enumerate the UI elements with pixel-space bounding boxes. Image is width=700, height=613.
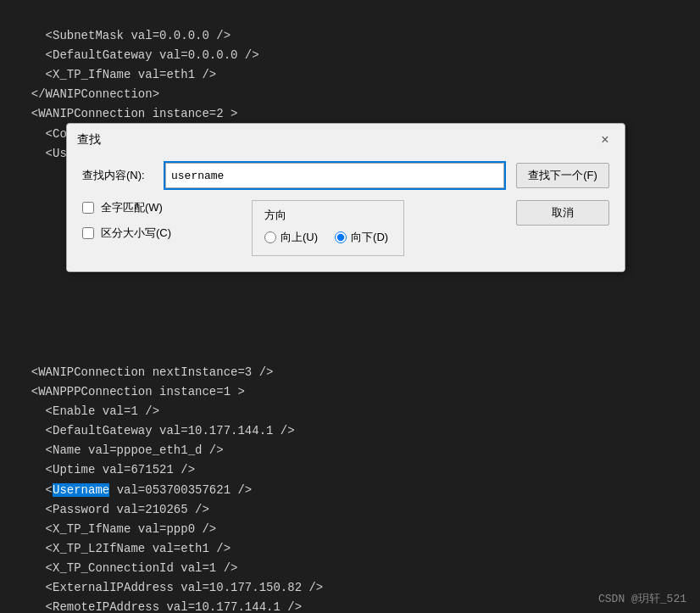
bottom-line-12: <ExternalIPAddress val=10.177.150.82 />	[17, 581, 323, 594]
radio-items: 向上(U) 向下(D)	[264, 230, 388, 245]
direction-down-label[interactable]: 向下(D)	[335, 230, 388, 245]
full-match-text: 全字匹配(W)	[101, 200, 163, 215]
highlight-username: Username	[53, 483, 109, 497]
bottom-line-7: <Username val=053700357621 />	[17, 483, 252, 497]
case-sensitive-text: 区分大小写(C)	[101, 226, 171, 241]
watermark: CSDN @玥轩_521	[598, 591, 686, 606]
bottom-line-4: <DefaultGateway val=10.177.144.1 />	[17, 424, 295, 437]
editor-line-5: <WANIPConnection instance=2 >	[17, 107, 237, 120]
bottom-line-6: <Uptime val=671521 />	[17, 463, 195, 476]
bottom-line-10: <X_TP_L2IfName val=eth1 />	[17, 542, 231, 555]
case-sensitive-label[interactable]: 区分大小写(C)	[82, 226, 252, 241]
checkboxes-group: 全字匹配(W) 区分大小写(C)	[82, 200, 252, 241]
editor-line-2: <DefaultGateway val=0.0.0.0 />	[17, 48, 259, 62]
direction-up-text: 向上(U)	[281, 230, 318, 245]
watermark-text: CSDN @玥轩_521	[598, 593, 686, 605]
editor-bottom: <WANIPConnection nextInstance=3 /> <WANP…	[0, 356, 700, 613]
bottom-line-2: <WANPPPConnection instance=1 >	[17, 385, 245, 398]
case-sensitive-checkbox[interactable]	[82, 227, 94, 239]
bottom-line-3: <Enable val=1 />	[17, 404, 159, 418]
direction-down-text: 向下(D)	[351, 230, 388, 245]
search-input[interactable]	[165, 163, 504, 188]
find-next-button[interactable]: 查找下一个(F)	[516, 163, 609, 188]
search-row: 查找内容(N): 查找下一个(F)	[82, 163, 609, 188]
editor-line-3: <X_TP_IfName val=eth1 />	[17, 68, 216, 81]
dialog-body: 查找内容(N): 查找下一个(F) 全字匹配(W) 区分大小写(C) 方向	[67, 153, 625, 271]
options-row: 全字匹配(W) 区分大小写(C) 方向 向上(U) 向下(D)	[82, 200, 609, 256]
dialog-titlebar: 查找 ×	[67, 124, 625, 153]
direction-up-radio[interactable]	[264, 231, 276, 243]
editor-line-1: <SubnetMask val=0.0.0.0 />	[17, 29, 231, 42]
direction-label: 方向	[264, 208, 388, 223]
cancel-button[interactable]: 取消	[516, 200, 609, 226]
bottom-line-9: <X_TP_IfName val=ppp0 />	[17, 522, 216, 536]
bottom-line-11: <X_TP_ConnectionId val=1 />	[17, 561, 237, 575]
dialog-title: 查找	[77, 132, 101, 148]
full-match-checkbox[interactable]	[82, 202, 94, 214]
bottom-line-1: <WANIPConnection nextInstance=3 />	[17, 365, 273, 379]
dialog-close-button[interactable]: ×	[596, 131, 614, 149]
direction-down-radio[interactable]	[335, 231, 347, 243]
bottom-line-13: <RemoteIPAddress val=10.177.144.1 />	[17, 600, 302, 613]
direction-group: 方向 向上(U) 向下(D)	[252, 200, 404, 256]
editor-line-4: </WANIPConnection>	[17, 87, 159, 101]
full-match-label[interactable]: 全字匹配(W)	[82, 200, 252, 215]
bottom-line-5: <Name val=pppoe_eth1_d />	[17, 443, 224, 457]
direction-up-label[interactable]: 向上(U)	[264, 230, 318, 245]
bottom-line-8: <Password val=210265 />	[17, 503, 209, 516]
find-dialog: 查找 × 查找内容(N): 查找下一个(F) 全字匹配(W) 区分大小写(C)	[66, 123, 625, 272]
cancel-col: 取消	[516, 200, 609, 226]
search-label: 查找内容(N):	[82, 168, 158, 183]
